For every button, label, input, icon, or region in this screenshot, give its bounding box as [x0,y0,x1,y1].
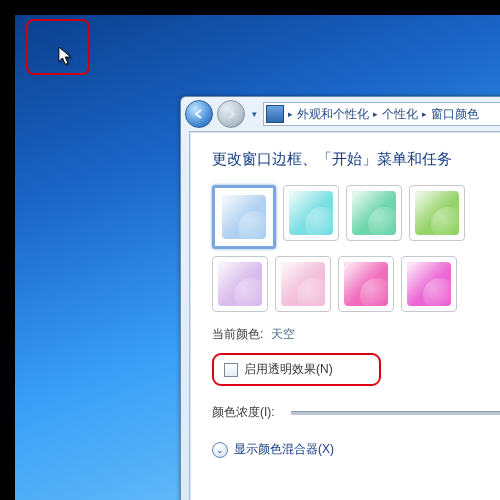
color-mixer-toggle[interactable]: ⌄ 显示颜色混合器(X) [212,441,497,458]
color-intensity-label: 颜色浓度(I): [212,404,275,421]
current-color-label: 当前颜色: [212,327,263,341]
color-mixer-label: 显示颜色混合器(X) [234,441,334,458]
color-swatch[interactable] [409,185,465,241]
breadcrumb-item[interactable]: 外观和个性化 [297,106,369,123]
color-swatch[interactable] [338,256,394,312]
glass-icon [344,262,388,306]
breadcrumb-item[interactable]: 个性化 [382,106,418,123]
chevron-right-icon: ▸ [420,109,429,119]
nav-back-button[interactable] [185,100,213,128]
glass-icon [281,262,325,306]
color-intensity-row: 颜色浓度(I): [212,404,497,421]
chevron-right-icon: ▸ [371,109,380,119]
color-swatch[interactable] [283,185,339,241]
annotation-transparency-highlight: 启用透明效果(N) [212,353,381,386]
current-color-value: 天空 [271,327,295,341]
transparency-checkbox[interactable] [224,363,238,377]
chevron-down-icon: ⌄ [212,442,228,458]
glass-icon [218,262,262,306]
breadcrumb-item[interactable]: 窗口颜色 [431,106,479,123]
glass-icon [407,262,451,306]
transparency-label: 启用透明效果(N) [244,361,333,378]
screenshot-stage: ▾ ▸ 外观和个性化 ▸ 个性化 ▸ 窗口颜色 更改窗口边框、「开始」菜单和任务… [0,0,500,500]
color-swatch[interactable] [212,256,268,312]
chevron-right-icon: ▸ [286,109,295,119]
color-intensity-slider[interactable] [291,411,500,415]
address-icon [266,105,284,123]
cursor-pointer [58,46,76,68]
explorer-window: ▾ ▸ 外观和个性化 ▸ 个性化 ▸ 窗口颜色 更改窗口边框、「开始」菜单和任务… [180,96,500,500]
nav-forward-button[interactable] [217,100,245,128]
page-content: 更改窗口边框、「开始」菜单和任务 当前颜色: 天空 启用透明效果(N) 颜色浓度… [190,132,500,468]
color-swatch[interactable] [275,256,331,312]
current-color-row: 当前颜色: 天空 [212,326,497,343]
color-swatch[interactable] [401,256,457,312]
glass-icon [289,191,333,235]
page-title: 更改窗口边框、「开始」菜单和任务 [212,150,497,169]
glass-icon [222,195,266,239]
glass-icon [352,191,396,235]
color-swatch[interactable] [346,185,402,241]
window-titlebar: ▾ ▸ 外观和个性化 ▸ 个性化 ▸ 窗口颜色 [181,97,500,131]
glass-icon [415,191,459,235]
window-client-area: 更改窗口边框、「开始」菜单和任务 当前颜色: 天空 启用透明效果(N) 颜色浓度… [189,131,500,500]
color-swatch-grid [212,185,500,312]
color-swatch[interactable] [212,185,276,249]
address-bar[interactable]: ▸ 外观和个性化 ▸ 个性化 ▸ 窗口颜色 [263,102,500,126]
nav-history-dropdown[interactable]: ▾ [249,109,259,119]
